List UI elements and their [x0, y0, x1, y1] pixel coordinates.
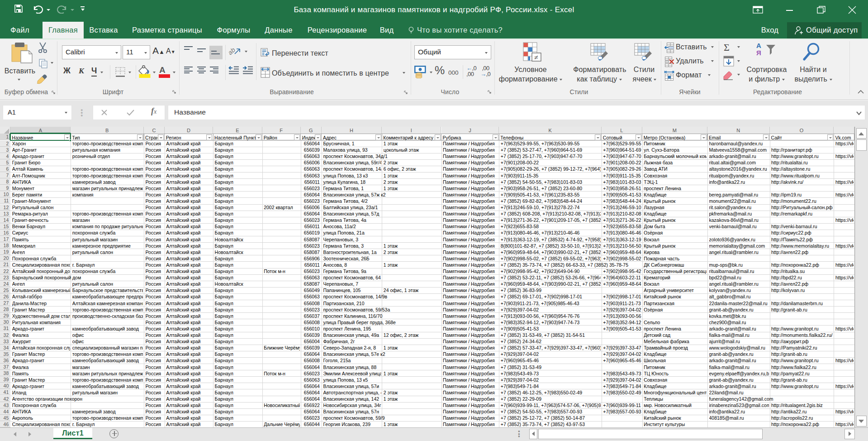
svg-text:≠: ≠: [534, 53, 538, 61]
